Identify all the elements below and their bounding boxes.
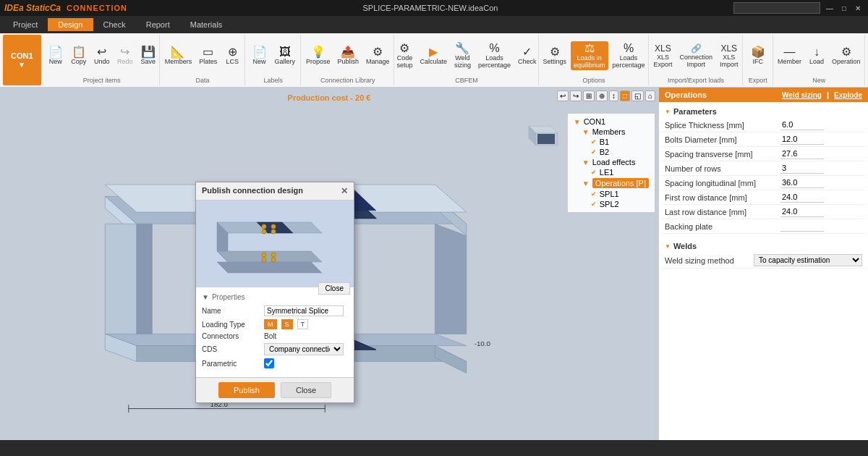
xls-export-button[interactable]: XLSXLSExport xyxy=(650,42,675,69)
param-value-input[interactable] xyxy=(780,221,824,232)
members-button[interactable]: 📐Members xyxy=(162,45,195,67)
options-label: Options xyxy=(583,75,605,84)
undo-button[interactable]: ↩Undo xyxy=(91,45,113,67)
dialog-close-btn[interactable]: Close xyxy=(281,382,331,398)
publish-btn[interactable]: Publish xyxy=(218,382,275,398)
tree-load-effects-group[interactable]: ▼ Load effects xyxy=(582,157,649,167)
tree-spl2[interactable]: ✔ SPL2 xyxy=(591,199,649,209)
dialog-close-preview-button[interactable]: Close xyxy=(318,282,350,287)
cds-select[interactable]: Company connection design set xyxy=(264,343,344,355)
weld-sizing-link[interactable]: Weld sizing xyxy=(782,91,822,99)
prop-row-name: Name xyxy=(202,305,348,316)
manage-button[interactable]: ⚙Manage xyxy=(363,45,393,67)
calculate-button[interactable]: ▶Calculate xyxy=(417,45,450,67)
publish-button[interactable]: 📤Publish xyxy=(334,45,362,67)
production-cost-label: Production cost - xyxy=(288,93,356,102)
param-value-input[interactable] xyxy=(780,192,824,203)
welds-section-header[interactable]: Welds xyxy=(662,240,865,253)
tree-le1[interactable]: ✔ LE1 xyxy=(591,167,649,177)
vp-perspective-button[interactable]: ◱ xyxy=(631,90,644,101)
param-name: First row distance [mm] xyxy=(662,190,778,205)
param-name: Spacing transverse [mm] xyxy=(662,147,778,161)
tab-check[interactable]: Check xyxy=(93,18,136,31)
param-value-input[interactable] xyxy=(780,148,824,159)
tab-design[interactable]: Design xyxy=(48,18,93,31)
new-operation-button[interactable]: ⚙Operation xyxy=(829,45,864,67)
plates-button[interactable]: ▭Plates xyxy=(196,45,220,67)
search-input[interactable] xyxy=(733,2,820,14)
save-button[interactable]: 💾Save xyxy=(137,45,159,67)
redo-button[interactable]: ↪Redo xyxy=(114,45,136,67)
parameters-section-header[interactable]: Parameters xyxy=(662,105,865,118)
tree-members-group[interactable]: ▼ Members xyxy=(582,127,649,137)
labels-new-button[interactable]: 📄New xyxy=(249,45,271,67)
con1-button[interactable]: CON1 ▾ xyxy=(3,35,41,85)
tree-spl1[interactable]: ✔ SPL1 xyxy=(591,189,649,199)
loading-t-button[interactable]: T xyxy=(297,319,309,329)
param-value-input[interactable] xyxy=(780,206,824,217)
close-button[interactable]: ✕ xyxy=(852,4,864,12)
loading-s-button[interactable]: S xyxy=(281,319,293,329)
new-load-button[interactable]: ↓Load xyxy=(806,45,827,67)
loading-m-button[interactable]: M xyxy=(264,319,277,329)
name-field-input[interactable] xyxy=(264,305,344,316)
param-value-input[interactable] xyxy=(780,177,824,188)
new-button[interactable]: 📄New xyxy=(45,45,67,67)
status-bar xyxy=(0,440,868,456)
tab-project[interactable]: Project xyxy=(3,18,48,31)
explode-link[interactable]: Explode xyxy=(834,91,862,99)
param-value-input[interactable] xyxy=(780,163,824,174)
dialog-close-button[interactable]: ✕ xyxy=(341,186,348,196)
vp-home-button[interactable]: ⌂ xyxy=(645,90,655,101)
tab-report[interactable]: Report xyxy=(136,18,180,31)
parametric-checkbox[interactable] xyxy=(264,358,274,368)
tree-load-effects-label: Load effects xyxy=(592,158,636,166)
weld-sizing-button[interactable]: 🔧Weldsizing xyxy=(451,41,474,70)
dialog-title-bar: Publish connection design ✕ xyxy=(196,182,354,200)
weld-sizing-select[interactable]: To capacity estimation xyxy=(754,254,862,266)
title-controls: — □ ✕ xyxy=(733,2,864,14)
loads-percentage-button[interactable]: %Loadspercentage xyxy=(475,41,514,70)
lcs-button[interactable]: ⊕LCS xyxy=(221,45,243,67)
loads-equilibrium-button[interactable]: ⚖Loads inequilibrium xyxy=(571,41,608,70)
param-name: Number of rows xyxy=(662,161,778,176)
tab-materials[interactable]: Materials xyxy=(180,18,233,31)
vp-view-button[interactable]: □ xyxy=(620,90,630,101)
minimize-button[interactable]: — xyxy=(823,4,836,12)
vp-origin-button[interactable]: ⊕ xyxy=(596,90,608,101)
vp-rotate-button[interactable]: ↩ xyxy=(557,90,569,101)
svg-point-70 xyxy=(271,258,276,262)
viewport-toolbar: ↩ ↪ ⊞ ⊕ ↕ □ ◱ ⌂ xyxy=(557,90,655,101)
loads-pct-button[interactable]: %Loadspercentage xyxy=(610,41,648,70)
gallery-button[interactable]: 🖼Gallery xyxy=(272,45,299,67)
propose-button[interactable]: 💡Propose xyxy=(303,45,333,67)
tree-b1[interactable]: ✔ B1 xyxy=(591,137,649,147)
check-button[interactable]: ✓Check xyxy=(515,45,540,67)
settings-button[interactable]: ⚙Settings xyxy=(540,45,570,67)
param-value-input[interactable] xyxy=(780,119,824,130)
connection-import-button[interactable]: 🔗ConnectionImport xyxy=(676,42,715,69)
copy-button[interactable]: 📋Copy xyxy=(68,45,90,67)
menu-bar: Project Design Check Report Materials xyxy=(0,16,868,33)
maximize-button[interactable]: □ xyxy=(839,4,849,12)
vp-redo-button[interactable]: ↪ xyxy=(570,90,582,101)
tree-operations-group[interactable]: ▼ Operations [P] xyxy=(582,177,649,189)
tree-b2[interactable]: ✔ B2 xyxy=(591,147,649,157)
ifc-button[interactable]: 📦IFC xyxy=(747,45,769,67)
viewport[interactable]: ↩ ↪ ⊞ ⊕ ↕ □ ◱ ⌂ Production cost - 20 € xyxy=(0,88,658,440)
vp-grid-button[interactable]: ⊞ xyxy=(583,90,595,101)
tree-operations-label: Operations [P] xyxy=(592,178,649,188)
svg-marker-1 xyxy=(137,224,153,345)
svg-rect-57 xyxy=(537,134,555,144)
weld-sizing-row: Weld sizing method To capacity estimatio… xyxy=(662,253,865,269)
param-row: Bolts Diameter [mm] xyxy=(662,132,865,147)
vp-fit-button[interactable]: ↕ xyxy=(609,90,618,101)
parametric-label: Parametric xyxy=(202,360,260,368)
code-setup-button[interactable]: ⚙Codesetup xyxy=(393,41,415,70)
new-member-button[interactable]: —Member xyxy=(775,45,804,67)
xls-import-button[interactable]: XLSXLSImport xyxy=(717,42,741,69)
operations-title: Operations xyxy=(665,90,707,99)
param-value-input[interactable] xyxy=(780,134,824,145)
tree-con1[interactable]: ▼ CON1 xyxy=(574,117,649,127)
right-panel: Operations Weld sizing | Explode Paramet… xyxy=(658,88,868,440)
